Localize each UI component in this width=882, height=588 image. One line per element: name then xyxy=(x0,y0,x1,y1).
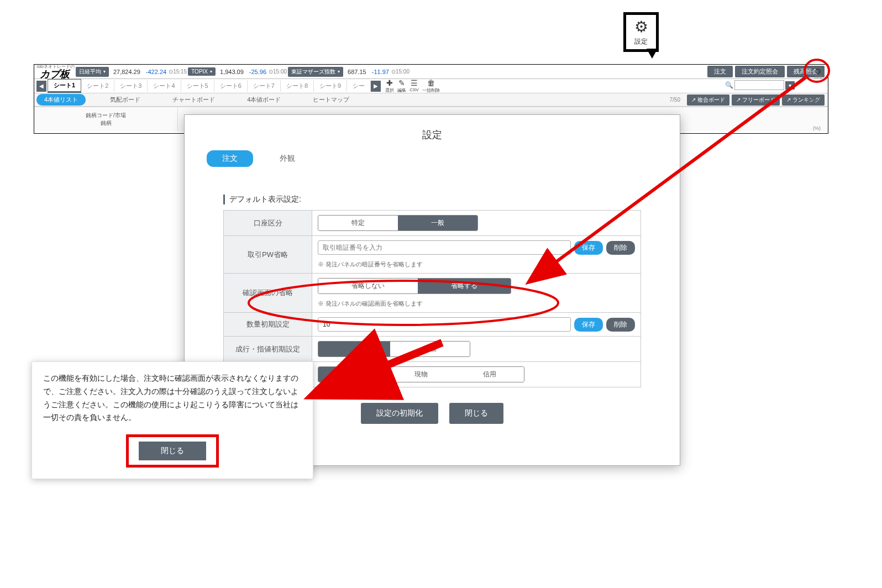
account-opt-ippan[interactable]: 一般 xyxy=(398,216,477,230)
view-count: 7/50 xyxy=(670,97,680,103)
tab-order[interactable]: 注文 xyxy=(207,150,253,167)
label-order-type: 成行・指値初期設定 xyxy=(224,337,312,361)
confirm-opt-yes[interactable]: 省略する xyxy=(418,279,511,293)
sheet-tab-1[interactable]: シート1 xyxy=(48,79,81,93)
board-composite[interactable]: ↗複合ボード xyxy=(687,95,729,106)
search-wrap: 🔍 ▾ xyxy=(725,80,795,90)
sheet-tab-7[interactable]: シート7 xyxy=(248,80,281,92)
view-quote-board[interactable]: 気配ボード xyxy=(102,94,148,106)
tool-csv[interactable]: ☰CSV xyxy=(410,78,418,93)
row-account-type: 口座区分 特定 一般 xyxy=(224,211,641,236)
account-opt-tokutei[interactable]: 特定 xyxy=(318,216,398,230)
pw-input[interactable] xyxy=(318,240,571,255)
qty-save-button[interactable]: 保存 xyxy=(574,318,603,332)
sheet-tabs-row: ◀ シート1 シート2 シート3 シート4 シート5 シート6 シート7 シート… xyxy=(34,79,828,93)
trash-icon: 🗑 xyxy=(427,78,435,87)
index-nikkei-change: -422.24 xyxy=(146,69,166,75)
tool-delete-all[interactable]: 🗑一括削除 xyxy=(422,78,440,93)
sheet-tab-6[interactable]: シート6 xyxy=(214,80,248,92)
settings-form: 口座区分 特定 一般 取引PW省略 保存 削除 ※ 発注パネルの暗証番号を省略し… xyxy=(223,210,641,387)
reset-button[interactable]: 設定の初期化 xyxy=(361,403,438,424)
pw-note: ※ 発注パネルの暗証番号を省略します xyxy=(318,260,635,269)
gear-icon: ⚙ xyxy=(634,18,648,36)
qty-input[interactable] xyxy=(318,317,571,332)
index-topix-dropdown[interactable]: TOPIX▾ xyxy=(188,67,216,76)
label-pw-skip: 取引PW省略 xyxy=(224,236,312,273)
label-account-type: 口座区分 xyxy=(224,211,312,235)
sheet-tab-3[interactable]: シート3 xyxy=(114,80,148,92)
pw-save-button[interactable]: 保存 xyxy=(574,241,603,255)
index-topix-value: 1,943.09 xyxy=(220,69,244,75)
modal-tabs: 注文 外観 xyxy=(185,150,680,178)
external-icon: ↗ xyxy=(786,97,791,103)
external-icon: ↗ xyxy=(691,97,696,103)
logo: カブ板 xyxy=(36,69,73,80)
fixed-opt-margin[interactable]: 信用 xyxy=(455,367,524,382)
search-input[interactable] xyxy=(734,80,784,90)
pencil-icon: ✎ xyxy=(398,78,405,87)
sheet-tools: ✚選択 ✎編集 ☰CSV 🗑一括削除 xyxy=(385,78,439,93)
confirm-opt-no[interactable]: 省略しない xyxy=(318,279,418,293)
confirm-note: ※ 発注パネルの確認画面を省略します xyxy=(318,300,635,308)
row-pw-skip: 取引PW省略 保存 削除 ※ 発注パネルの暗証番号を省略します xyxy=(224,236,641,274)
search-icon: 🔍 xyxy=(725,81,733,89)
view-4value-board[interactable]: 4本値ボード xyxy=(239,94,288,106)
fixed-opt-cash[interactable]: 現物 xyxy=(387,367,455,382)
external-icon: ↗ xyxy=(736,97,741,103)
section-default-display: デフォルト表示設定: xyxy=(223,195,680,204)
list-icon: ☰ xyxy=(411,78,418,87)
sheet-tab-8[interactable]: シート8 xyxy=(281,80,314,92)
toggle-confirm-skip: 省略しない 省略する xyxy=(318,278,511,294)
index-mothers-dropdown[interactable]: 東証マザーズ指数▾ xyxy=(288,67,343,77)
view-heatmap[interactable]: ヒートマップ xyxy=(305,94,357,106)
settings-callout: ⚙ 設定 xyxy=(623,12,659,52)
sheet-tab-4[interactable]: シート4 xyxy=(148,80,181,92)
modal-close-button[interactable]: 閉じる xyxy=(449,403,503,424)
view-chart-board[interactable]: チャートボード xyxy=(165,94,223,106)
grid-pct: (%) xyxy=(806,107,828,131)
index-topix-time: ⊙15:00 xyxy=(269,69,287,75)
sheet-tab-10[interactable]: シー xyxy=(347,80,371,92)
sheet-tab-9[interactable]: シート9 xyxy=(314,80,347,92)
search-dropdown[interactable]: ▾ xyxy=(785,81,795,90)
plus-icon: ✚ xyxy=(386,78,393,87)
view-row: 4本値リスト 気配ボード チャートボード 4本値ボード ヒートマップ 7/50 … xyxy=(34,93,828,107)
index-topix-change: -25.96 xyxy=(249,69,266,75)
toggle-account-type: 特定 一般 xyxy=(318,215,478,231)
fixed-opt-none[interactable]: なし xyxy=(318,367,387,382)
ordertype-opt-market[interactable] xyxy=(318,342,390,356)
view-4value-list[interactable]: 4本値リスト xyxy=(36,94,86,106)
sheet-tab-5[interactable]: シート5 xyxy=(181,80,214,92)
settings-callout-label: 設定 xyxy=(634,37,648,46)
index-nikkei-dropdown[interactable]: 日経平均▾ xyxy=(76,67,109,77)
warning-close-button[interactable]: 閉じる xyxy=(139,442,206,460)
ordertype-opt-limit[interactable]: 指値 xyxy=(390,342,470,356)
header-settings-button[interactable]: ⚙設定 xyxy=(815,67,823,80)
index-nikkei-value: 27,824.29 xyxy=(113,69,140,75)
modal-title: 設定 xyxy=(185,115,680,150)
tab-appearance[interactable]: 外観 xyxy=(264,150,311,167)
header-top-row: SBIネオトレードの カブ板 日経平均▾ 27,824.29 -422.24 ⊙… xyxy=(34,65,828,79)
tool-select[interactable]: ✚選択 xyxy=(385,78,394,93)
pw-delete-button[interactable]: 削除 xyxy=(606,241,635,255)
index-mothers-time: ⊙15:00 xyxy=(391,69,410,75)
order-button[interactable]: 注文 xyxy=(707,66,733,77)
sheet-tab-2[interactable]: シート2 xyxy=(81,80,114,92)
speech-tail xyxy=(647,49,658,59)
row-confirm-skip: 確認画面の省略 省略しない 省略する ※ 発注パネルの確認画面を省略します xyxy=(224,274,641,313)
sheet-prev-arrow[interactable]: ◀ xyxy=(36,81,46,92)
qty-delete-button[interactable]: 削除 xyxy=(606,318,635,332)
row-qty-default: 数量初期設定 保存 削除 xyxy=(224,313,641,337)
logo-block: SBIネオトレードの カブ板 xyxy=(36,65,75,79)
row-order-type: 成行・指値初期設定 指値 xyxy=(224,337,641,362)
sheet-next-arrow[interactable]: ▶ xyxy=(371,81,381,92)
label-confirm-skip: 確認画面の省略 xyxy=(224,274,312,312)
order-history-button[interactable]: 注文約定照会 xyxy=(735,66,785,77)
unit-label: 出単位 xyxy=(806,96,822,104)
toggle-order-type: 指値 xyxy=(318,341,470,357)
board-free[interactable]: ↗フリーボード xyxy=(732,95,780,106)
warning-popup: この機能を有効にした場合、注文時に確認画面が表示されなくなりますので、ご注意くだ… xyxy=(32,361,313,479)
warning-text: この機能を有効にした場合、注文時に確認画面が表示されなくなりますので、ご注意くだ… xyxy=(43,372,302,424)
tool-edit[interactable]: ✎編集 xyxy=(397,78,406,93)
grid-col-symbol: 銘柄コード/市場 銘柄 xyxy=(34,107,178,131)
